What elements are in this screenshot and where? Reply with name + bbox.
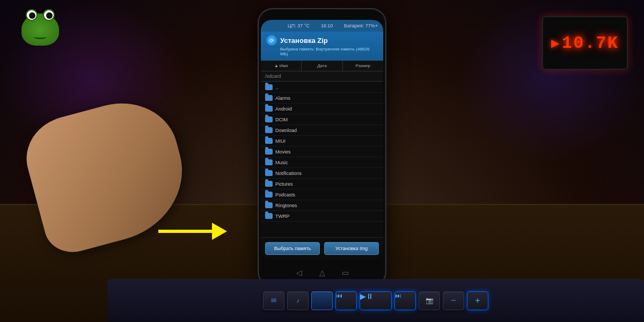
file-name: Podcasts xyxy=(275,192,295,197)
key-camera: 📷 xyxy=(419,291,440,310)
install-img-button[interactable]: Установка Img xyxy=(324,242,379,255)
folder-icon xyxy=(265,159,273,165)
file-name: Ringtones xyxy=(275,203,297,208)
led-count: 10.7K xyxy=(562,33,619,53)
led-display: ▶ 10.7K xyxy=(542,16,628,70)
arrow-shaft xyxy=(158,230,212,233)
list-item[interactable]: MIUI xyxy=(261,136,383,147)
list-item[interactable]: Movies xyxy=(261,147,383,157)
app-title: Установка Zip xyxy=(280,36,328,45)
list-item[interactable]: Download xyxy=(261,125,383,136)
folder-icon xyxy=(265,116,273,122)
nav-menu-button[interactable]: ▭ xyxy=(340,268,350,277)
youtube-icon: ▶ xyxy=(551,36,559,49)
keyboard: ✉ ♪ ⏮ ▶⏸ ⏭ 📷 − + xyxy=(107,279,644,322)
sort-name-btn[interactable]: ▲ Имя xyxy=(261,61,302,71)
nav-home-button[interactable]: △ xyxy=(317,268,327,277)
arrow-annotation xyxy=(158,223,227,240)
key-minus: − xyxy=(443,291,464,310)
status-bar: ЦП: 37 °C 16:10 Батарея: 77%+ xyxy=(261,20,383,32)
phone: ЦП: 37 °C 16:10 Батарея: 77%+ ⟳ Установк… xyxy=(258,8,386,287)
file-name: Pictures xyxy=(275,181,293,187)
list-item[interactable]: DCIM xyxy=(261,114,383,125)
app-subtitle: Выбрана память: Внутренняя память (48828… xyxy=(280,47,378,56)
sort-size-btn[interactable]: Размер xyxy=(343,61,383,71)
file-list[interactable]: ..AlarmsAndroidDCIMDownloadMIUIMoviesMus… xyxy=(261,82,383,237)
folder-icon xyxy=(265,106,273,112)
sort-name-icon: ▲ xyxy=(274,63,279,68)
phone-screen: ЦП: 37 °C 16:10 Батарея: 77%+ ⟳ Установк… xyxy=(261,20,383,259)
file-name: Android xyxy=(275,106,292,112)
file-name: TWRP xyxy=(275,214,290,219)
sort-bar: ▲ Имя Дата Размер xyxy=(261,61,383,71)
list-item[interactable]: Notifications xyxy=(261,168,383,179)
list-item[interactable]: TWRP xyxy=(261,211,383,222)
sort-size-label: Размер xyxy=(356,63,371,68)
folder-icon xyxy=(265,202,273,208)
folder-icon xyxy=(265,127,273,133)
key-play: ▶⏸ xyxy=(360,291,392,310)
sort-date-btn[interactable]: Дата xyxy=(302,61,342,71)
frog-toy xyxy=(16,8,64,51)
list-item[interactable]: Android xyxy=(261,104,383,114)
key-next: ⏭ xyxy=(394,291,416,310)
bottom-buttons: Выбрать память Установка Img xyxy=(261,237,383,259)
phone-body: ЦП: 37 °C 16:10 Батарея: 77%+ ⟳ Установк… xyxy=(258,8,386,287)
file-name: Movies xyxy=(275,149,291,155)
battery-status: Батарея: 77%+ xyxy=(344,23,378,28)
twrp-icon: ⟳ xyxy=(266,35,277,46)
folder-icon xyxy=(265,95,273,101)
dots-label: .. xyxy=(275,84,279,90)
list-item[interactable]: Music xyxy=(261,157,383,168)
file-name: MIUI xyxy=(275,138,286,144)
folder-icon xyxy=(265,149,273,155)
nav-back-button[interactable]: ◁ xyxy=(294,268,304,277)
sort-name-label: Имя xyxy=(280,63,288,68)
cpu-status: ЦП: 37 °C xyxy=(288,23,310,28)
file-name: Alarms xyxy=(275,96,290,101)
list-item[interactable]: Podcasts xyxy=(261,189,383,200)
file-name: Notifications xyxy=(275,171,302,176)
select-memory-button[interactable]: Выбрать память xyxy=(265,242,320,255)
folder-icon xyxy=(265,213,273,219)
folder-icon xyxy=(265,170,273,176)
folder-icon xyxy=(265,192,273,197)
file-name: DCIM xyxy=(275,117,288,122)
folder-icon xyxy=(265,84,273,90)
list-item[interactable]: .. xyxy=(261,82,383,93)
key-3 xyxy=(311,291,333,310)
key-plus: + xyxy=(467,291,488,310)
time-status: 16:10 xyxy=(321,23,333,28)
file-name: Download xyxy=(275,128,297,133)
arrow-head xyxy=(212,223,227,240)
key-prev: ⏮ xyxy=(335,291,357,310)
folder-icon xyxy=(265,138,273,144)
app-header: ⟳ Установка Zip Выбрана память: Внутренн… xyxy=(261,32,383,61)
list-item[interactable]: Alarms xyxy=(261,93,383,104)
app-title-row: ⟳ Установка Zip xyxy=(266,35,378,46)
sort-date-label: Дата xyxy=(317,63,327,68)
keyboard-row: ✉ ♪ ⏮ ▶⏸ ⏭ 📷 − + xyxy=(263,291,488,310)
list-item[interactable]: Ringtones xyxy=(261,200,383,211)
key-music: ♪ xyxy=(287,291,309,310)
file-name: Music xyxy=(275,160,288,165)
folder-icon xyxy=(265,181,273,187)
phone-notch xyxy=(306,9,338,19)
key-mail: ✉ xyxy=(263,291,284,310)
list-item[interactable]: Pictures xyxy=(261,179,383,189)
path-bar: /sdcard xyxy=(261,71,383,82)
current-path: /sdcard xyxy=(265,74,281,79)
